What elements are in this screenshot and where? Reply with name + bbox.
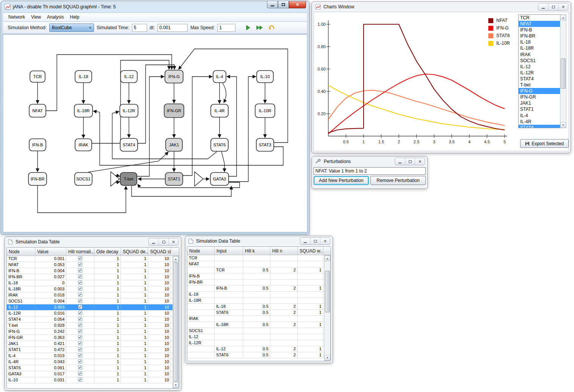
checkbox-checked[interactable]: ✔ [78,335,82,339]
table-row[interactable]: IL-18R [187,298,331,304]
table-row[interactable]: IFN-B0.004✔1110 [7,268,179,274]
table-row[interactable]: IL-18 [187,292,331,298]
table-row[interactable]: TCR0.001✔1110 [7,256,179,262]
scroll-thumb[interactable] [561,58,566,89]
edge-T-bet-to-GATA3[interactable] [132,186,231,196]
checkbox-checked[interactable]: ✔ [78,268,82,273]
checkbox-checked[interactable]: ✔ [78,287,82,291]
table-row[interactable]: T-bet0.928✔1110 [7,323,179,329]
checkbox-checked[interactable]: ✔ [78,353,82,358]
table-row[interactable]: TCR [187,255,331,261]
maximize-button[interactable] [278,1,289,8]
scroll-up-icon[interactable]: ▲ [560,15,566,20]
table-row[interactable]: IRAK [187,316,331,322]
network-node-IL-12[interactable]: IL-12 [121,71,137,83]
menu-help[interactable]: Help [67,13,83,21]
network-node-TCR[interactable]: TCR [30,71,45,82]
reset-button[interactable] [267,23,276,32]
edge-STAT1-to-IL-4[interactable] [183,77,212,176]
column-header-input[interactable]: Input [215,247,243,255]
perturbation-list[interactable]: NFAT: Value 1 from 1 to 2 [314,167,426,175]
species-item-T-bet[interactable]: T-bet [519,82,562,88]
network-node-GATA3[interactable]: GATA3 [210,172,229,185]
checkbox-checked[interactable]: ✔ [78,281,82,285]
edge-T-bet-to-IFN-G[interactable] [137,77,164,176]
close-icon[interactable]: ✕ [168,238,178,245]
table-row[interactable]: NFAT [187,261,331,267]
perturbation-item[interactable]: NFAT: Value 1 from 1 to 2 [314,168,425,174]
scroll-down-icon[interactable]: ▼ [560,122,566,128]
species-item-NFAT[interactable]: NFAT [519,21,562,27]
checkbox-checked[interactable]: ✔ [78,359,82,364]
network-node-IFN-BR[interactable]: IFN-BR [28,172,47,185]
table-row[interactable]: STAT60.521 [187,310,331,316]
species-item-IFN-GR[interactable]: IFN-GR [519,94,562,100]
network-canvas[interactable]: TCRIL-18IL-12IFN-GIL-4IL-10NFATIL-18RIL-… [3,34,307,232]
scroll-down-icon[interactable]: ▼ [173,382,179,388]
network-node-IFN-B[interactable]: IFN-B [29,139,46,151]
table-row[interactable]: IFN-BR0.027✔1110 [7,274,179,280]
minimize-button[interactable] [267,1,278,8]
minimize-button[interactable] [300,238,310,245]
table-titlebar[interactable]: Simulation Data Table ✕ [185,236,332,246]
self-loop-triangle-T-bet[interactable] [111,172,119,186]
minimize-button[interactable] [395,158,405,165]
table-row[interactable]: IL-12R0.016✔1110 [7,310,179,317]
table-row[interactable]: STAT40.054✔1110 [7,317,179,323]
network-node-STAT4[interactable]: STAT4 [120,138,138,151]
column-header-hill-n[interactable]: Hill n [270,247,298,255]
network-node-IL-4R[interactable]: IL-4R [211,104,228,117]
network-node-IL-10[interactable]: IL-10 [257,71,273,83]
edge-NFAT-to-IFN-G[interactable] [46,55,172,111]
column-header-squad-w-[interactable]: SQUAD w... [298,247,323,255]
table-row[interactable]: STAT60.521 [187,352,331,358]
checkbox-checked[interactable]: ✔ [78,341,82,345]
species-item-TCR[interactable]: TCR [519,15,562,21]
species-item-IFN-B[interactable]: IFN-B [519,27,562,33]
table-row[interactable]: IRAK0.018✔1110 [7,292,179,298]
scroll-up-icon[interactable]: ▲ [173,256,179,262]
table-row[interactable]: STAT10.472✔1110 [7,347,179,353]
checkbox-checked[interactable]: ✔ [78,256,82,260]
checkbox-checked[interactable]: ✔ [78,378,82,382]
checkbox-checked[interactable]: ✔ [78,305,82,309]
edge-STAT3-to-IL-18R[interactable] [93,111,283,165]
edge-STAT6-to-GATA3[interactable] [221,151,224,172]
scroll-thumb[interactable] [325,271,330,312]
edge-GATA3-to-IL-4[interactable] [227,77,237,176]
species-item-STAT4[interactable]: STAT4 [519,76,562,82]
scroll-down-icon[interactable]: ▼ [325,355,330,361]
minimize-button[interactable] [149,238,158,245]
column-header-ode-decay[interactable]: Ode decay [94,248,121,256]
species-item-STAT1[interactable]: STAT1 [519,106,562,112]
checkbox-checked[interactable]: ✔ [78,262,82,267]
column-header-hill-normali-[interactable]: Hill normali... [66,248,94,256]
checkbox-checked[interactable]: ✔ [78,372,82,376]
close-icon[interactable]: ✕ [320,238,330,245]
edge-STAT6-to-IL-12R[interactable] [112,111,217,159]
edge-IL-4-to-IL-4R[interactable] [223,83,226,103]
checkbox-checked[interactable]: ✔ [78,317,82,321]
network-node-SOCS1[interactable]: SOCS1 [75,172,92,185]
checkbox-checked[interactable]: ✔ [78,299,82,303]
network-node-IL-18[interactable]: IL-18 [75,71,92,83]
species-item-SOCS1[interactable]: SOCS1 [519,58,562,64]
column-header-squad-de-[interactable]: SQUAD de... [121,248,148,256]
network-node-STAT3[interactable]: STAT3 [256,138,274,151]
add-perturbation-button[interactable]: Add New Perturbation [314,176,369,185]
network-node-IL-4[interactable]: IL-4 [213,71,226,83]
maximize-button[interactable] [158,238,168,245]
edge-STAT3-to-IFN-G[interactable] [179,49,288,143]
table-row[interactable]: IL-12R [187,340,331,346]
table-row[interactable]: IL-100.031✔1110 [7,377,179,383]
export-selected-button[interactable]: Export Selected [520,139,569,148]
species-item-IL-18[interactable]: IL-18 [519,39,562,45]
species-item-IL-12[interactable]: IL-12 [519,64,562,70]
dt-input[interactable] [157,24,188,32]
table-row[interactable]: IL-120.521 [187,346,331,352]
species-item-IFN-G[interactable]: IFN-G [519,88,562,94]
checkbox-checked[interactable]: ✔ [78,293,82,297]
menu-view[interactable]: View [28,13,44,21]
minimize-button[interactable] [538,3,548,10]
species-item-IL-4[interactable]: IL-4 [519,113,562,119]
